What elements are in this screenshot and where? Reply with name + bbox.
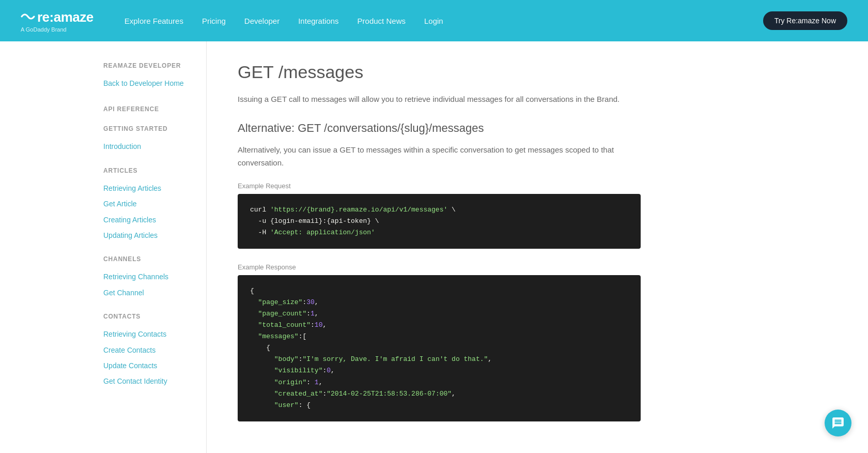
- sidebar-link-retrieving-contacts[interactable]: Retrieving Contacts: [103, 326, 196, 342]
- logo-subtitle: A GoDaddy Brand: [21, 26, 67, 33]
- chat-widget[interactable]: [825, 410, 851, 436]
- sidebar-section-articles: ARTICLES: [103, 167, 196, 174]
- example-request-code: curl 'https://{brand}.reamaze.io/api/v1/…: [250, 204, 628, 238]
- example-request-label: Example Request: [238, 182, 641, 190]
- main-container: REAMAZE DEVELOPER Back to Developer Home…: [72, 41, 796, 453]
- sidebar-link-create-contacts[interactable]: Create Contacts: [103, 342, 196, 358]
- sidebar-link-retrieving-channels[interactable]: Retrieving Channels: [103, 269, 196, 284]
- sidebar-developer-label: REAMAZE DEVELOPER: [103, 62, 196, 69]
- back-to-developer-home-link[interactable]: Back to Developer Home: [103, 76, 196, 91]
- nav-pricing[interactable]: Pricing: [202, 17, 226, 25]
- nav-integrations[interactable]: Integrations: [298, 17, 338, 25]
- sidebar-api-reference-label: API REFERENCE: [103, 105, 196, 113]
- nav-explore-features[interactable]: Explore Features: [125, 17, 183, 25]
- logo-area: re:amaze A GoDaddy Brand: [21, 9, 94, 33]
- nav-developer[interactable]: Developer: [244, 17, 280, 25]
- alt-heading: Alternative: GET /conversations/{slug}/m…: [238, 122, 641, 135]
- sidebar-link-introduction[interactable]: Introduction: [103, 139, 196, 154]
- nav-product-news[interactable]: Product News: [358, 17, 406, 25]
- sidebar-link-retrieving-articles[interactable]: Retrieving Articles: [103, 180, 196, 196]
- sidebar-link-get-contact-identity[interactable]: Get Contact Identity: [103, 373, 196, 389]
- sidebar-section-contacts: CONTACTS: [103, 313, 196, 320]
- sidebar-link-get-channel[interactable]: Get Channel: [103, 285, 196, 300]
- logo-text: re:amaze: [37, 9, 94, 25]
- alt-description: Alternatively, you can issue a GET to me…: [238, 143, 641, 170]
- sidebar-section-getting-started: GETTING STARTED: [103, 125, 196, 132]
- try-reamaze-button[interactable]: Try Re:amaze Now: [763, 11, 847, 30]
- page-title: GET /messages: [238, 62, 641, 82]
- sidebar-link-update-contacts[interactable]: Update Contacts: [103, 358, 196, 373]
- example-request-code-block: curl 'https://{brand}.reamaze.io/api/v1/…: [238, 194, 641, 249]
- sidebar-link-creating-articles[interactable]: Creating Articles: [103, 212, 196, 228]
- logo: re:amaze: [21, 9, 94, 25]
- page-description: Issuing a GET call to messages will allo…: [238, 93, 641, 106]
- sidebar: REAMAZE DEVELOPER Back to Developer Home…: [72, 41, 207, 453]
- main-content: GET /messages Issuing a GET call to mess…: [207, 41, 672, 453]
- logo-icon: [21, 9, 35, 25]
- sidebar-section-channels: CHANNELS: [103, 255, 196, 263]
- example-response-code-block: { "page_size":30, "page_count":1, "total…: [238, 275, 641, 421]
- sidebar-link-updating-articles[interactable]: Updating Articles: [103, 228, 196, 243]
- main-nav: Explore Features Pricing Developer Integ…: [125, 11, 847, 30]
- example-response-label: Example Response: [238, 263, 641, 271]
- nav-login[interactable]: Login: [424, 17, 443, 25]
- site-header: re:amaze A GoDaddy Brand Explore Feature…: [0, 0, 868, 41]
- example-response-code: { "page_size":30, "page_count":1, "total…: [250, 285, 628, 411]
- sidebar-link-get-article[interactable]: Get Article: [103, 196, 196, 212]
